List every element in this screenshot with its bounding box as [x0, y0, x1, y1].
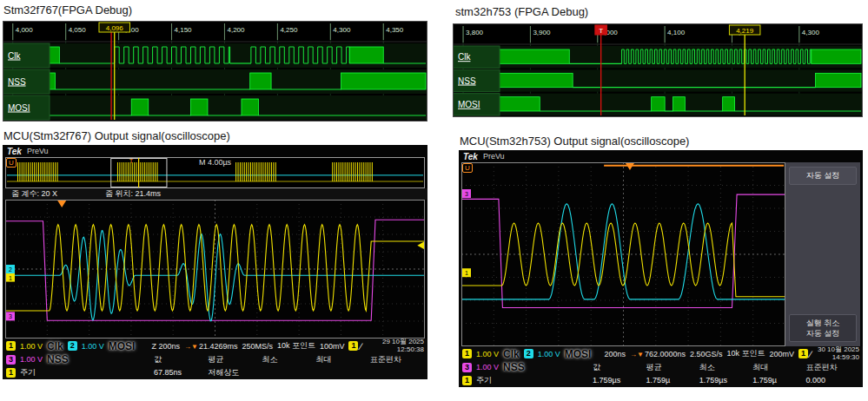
zoom-info-bar: 줌 계수: 20 X 줌 위치: 21.4ms [3, 188, 427, 200]
datetime: 29 10월 2025 12:50:38 [382, 339, 424, 353]
acq-mode: PreVu [27, 147, 49, 155]
ruler-label: 4,350 [386, 26, 404, 34]
graticule-svg: 123 [5, 200, 425, 339]
annotation-mosi: MOSI [109, 340, 136, 352]
readout-bar: 1 1.00 V Clk 2 1.00 V MOSI Z 200ns →▼21.… [3, 339, 427, 353]
ch2-scale: 1.00 V [82, 342, 104, 351]
record-length-readout: 10k 포인트 [726, 348, 765, 359]
scope-screen: 13 자동 설정 실행 취소 자동 설정 [461, 162, 860, 346]
meas-src-badge: 1 [6, 368, 16, 378]
scope-right-title: MCU(Stm32h753) Output signal(oscilloscop… [460, 135, 689, 148]
ch2-badge: 2 [68, 341, 77, 351]
col-value: 값 [154, 354, 208, 365]
col-min: 최소 [699, 362, 752, 373]
record-length-readout: 10k 포인트 [277, 340, 315, 352]
ch1-badge: 1 [462, 349, 472, 358]
scope-left-title: MCU(Stm32f767) Output signal(oscilloscop… [3, 129, 230, 142]
ch3-badge: 3 [462, 363, 472, 372]
trigger-level-readout: 200mV [769, 350, 794, 358]
meas-mean: 저해상도 [208, 367, 262, 378]
delay-icon: →▼ [184, 343, 198, 351]
ch3-badge: 3 [6, 355, 16, 365]
main-timebase-label: M 4.00µs [196, 158, 234, 167]
ch2-scale: 1.00 V [538, 350, 560, 358]
zoom-timebase-readout: Z 200ns [151, 342, 180, 351]
autoset-button[interactable]: 자동 설정 [789, 167, 857, 185]
col-min: 최소 [262, 354, 315, 365]
undo-autoset-button[interactable]: 실행 취소 자동 설정 [789, 314, 857, 342]
ch1-scale: 1.00 V [476, 350, 499, 358]
ruler-label: 4,300 [333, 26, 351, 34]
datetime: 30 10월 2025 14:59:30 [818, 346, 859, 361]
menu-spacer [789, 188, 857, 311]
tek-logo: Tek [463, 152, 478, 161]
ruler-label: 3,800 [466, 29, 484, 36]
zoom-factor-label: 줌 계수: 20 X [11, 188, 57, 200]
svg-text:1: 1 [465, 270, 468, 276]
signal-name[interactable]: Clk [8, 51, 21, 61]
trigger-source-badge: 1 [348, 341, 358, 351]
meas-src-badge: 1 [462, 376, 472, 385]
fpga-left-waveform-svg: 4,0004,0504,1004,1504,2004,2504,3004,350… [3, 21, 427, 122]
fpga-debug-panel-f767: 4,0004,0504,1004,1504,2004,2504,3004,350… [3, 21, 427, 122]
meas-name: 주기 [476, 375, 492, 386]
wave-inspector-icon: U [462, 163, 473, 173]
signal-name[interactable]: NSS [458, 76, 476, 86]
svg-text:3: 3 [465, 191, 468, 197]
graticule-area: 13 [461, 162, 785, 346]
sample-rate-readout: 2.50GS/s [690, 350, 723, 358]
fpga-debug-panel-h753: 3,8003,9004,0004,1004,2004,300ClkNSSMOSI… [453, 23, 863, 117]
measure-value-row: 1 주기 67.85ns 저해상도 [3, 365, 427, 379]
wave-inspector-icon: U [6, 158, 17, 168]
meas-max: 1.759µ [752, 376, 805, 385]
svg-text:1: 1 [9, 275, 12, 281]
graticule-svg: 13 [461, 162, 785, 346]
sample-rate-readout: 250MS/s [242, 342, 273, 351]
measure-value-row: 1 주기 1.759µs 1.759µ 1.759µs 1.759µ 0.000 [459, 373, 863, 387]
marker-label: T [599, 27, 603, 35]
annotation-nss: NSS [503, 361, 525, 373]
ruler-label: 4,300 [802, 29, 820, 36]
fpga-right-title: stm32h753 (FPGA Debug) [455, 5, 588, 18]
ruler-label: 4,100 [667, 29, 686, 36]
delay-icon: →▼ [630, 351, 644, 358]
col-max: 최대 [752, 362, 805, 373]
overview-strip: T M 4.00µs [5, 157, 425, 188]
col-max: 최대 [316, 354, 370, 365]
annotation-nss: NSS [47, 353, 69, 365]
signal-name[interactable]: NSS [8, 77, 26, 87]
marker-label: 4,219 [736, 27, 754, 35]
annotation-mosi: MOSI [565, 348, 592, 360]
scope-header: Tek PreVu [3, 145, 427, 157]
col-stddev: 표준편차 [370, 354, 424, 365]
ruler-label: 4,050 [69, 26, 87, 34]
time-label: 12:50:38 [397, 346, 424, 354]
ch1-badge: 1 [6, 341, 16, 351]
delay-readout: →▼762.0000ns [630, 350, 686, 358]
ruler-label: 4,250 [280, 26, 298, 34]
zoom-position-label: 줌 위치: 21.4ms [105, 188, 161, 200]
svg-text:2: 2 [9, 266, 12, 273]
ch3-scale: 1.00 V [20, 355, 43, 364]
delay-readout: →▼21.4269ms [184, 342, 237, 351]
meas-stddev: 0.000 [806, 376, 859, 385]
trigger-slope-icon: ∕ [360, 341, 361, 352]
ch2-badge: 2 [524, 349, 533, 358]
trigger-source-badge: 1 [798, 349, 808, 358]
svg-text:T: T [129, 158, 134, 164]
col-stddev: 표준편차 [806, 362, 859, 373]
timebase-readout: 200ns [604, 350, 626, 358]
signal-name[interactable]: MOSI [8, 103, 30, 113]
time-label: 14:59:30 [832, 354, 859, 362]
trigger-slope-icon: ∕ [810, 349, 812, 359]
col-mean: 평균 [646, 362, 699, 373]
oscilloscope-h753: Tek PreVu U 13 자동 설정 실행 취소 자동 설정 1 1.00 … [459, 150, 863, 387]
side-menu: 자동 설정 실행 취소 자동 설정 [785, 162, 860, 346]
ch3-scale: 1.00 V [476, 363, 499, 371]
ch1-scale: 1.00 V [20, 342, 43, 351]
ruler-label: 4,200 [227, 26, 245, 34]
ruler-label: 3,900 [533, 29, 551, 36]
signal-name[interactable]: MOSI [458, 100, 480, 109]
col-value: 값 [593, 362, 646, 373]
signal-name[interactable]: Clk [458, 52, 471, 62]
